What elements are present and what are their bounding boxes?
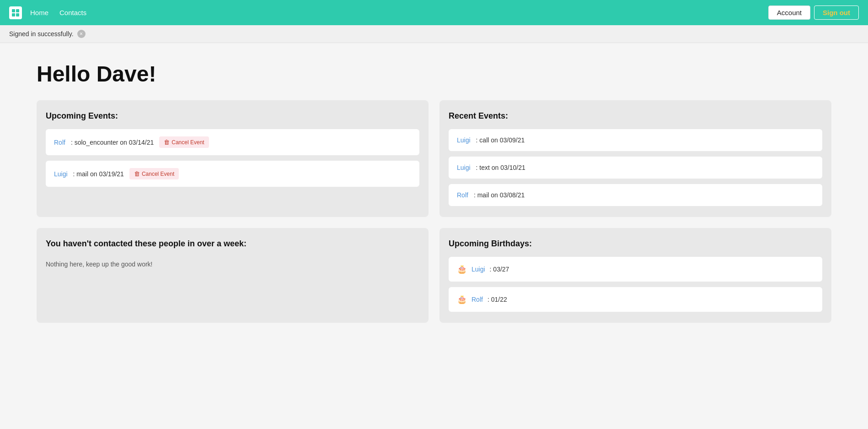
recent-event-desc-1: : text on 03/10/21 xyxy=(476,164,525,171)
birthday-item-1: 🎂 Rolf : 01/22 xyxy=(449,287,822,312)
recent-event-desc-0: : call on 03/09/21 xyxy=(476,136,525,144)
nav-links: Home Contacts xyxy=(30,9,768,16)
trash-icon-1: 🗑 xyxy=(134,170,140,177)
app-logo xyxy=(9,6,22,19)
no-contact-message: Nothing here, keep up the good work! xyxy=(46,257,419,272)
cancel-event-button-1[interactable]: 🗑 Cancel Event xyxy=(129,168,179,179)
upcoming-event-desc-0: : solo_encounter on 03/14/21 xyxy=(71,139,154,146)
navbar: Home Contacts Account Sign out xyxy=(0,0,868,25)
upcoming-event-item-1: Luigi : mail on 03/19/21 🗑 Cancel Event xyxy=(46,161,419,187)
no-contact-title: You haven't contacted these people in ov… xyxy=(46,239,419,249)
birthday-date-0: : 03/27 xyxy=(490,266,509,273)
account-button[interactable]: Account xyxy=(768,5,810,20)
recent-event-item-0: Luigi : call on 03/09/21 xyxy=(449,129,822,151)
signout-button[interactable]: Sign out xyxy=(814,5,859,20)
birthday-item-0: 🎂 Luigi : 03/27 xyxy=(449,257,822,282)
main-content: Hello Dave! Upcoming Events: Rolf : solo… xyxy=(0,43,868,341)
trash-icon-0: 🗑 xyxy=(164,139,170,146)
flash-message-text: Signed in successfully. xyxy=(9,30,74,38)
flash-message-bar: Signed in successfully. × xyxy=(0,25,868,43)
upcoming-event-desc-1: : mail on 03/19/21 xyxy=(73,170,124,178)
recent-event-contact-2[interactable]: Rolf xyxy=(457,191,468,199)
flash-close-button[interactable]: × xyxy=(77,30,86,38)
no-contact-card: You haven't contacted these people in ov… xyxy=(37,228,429,323)
svg-rect-0 xyxy=(12,9,15,12)
upcoming-event-contact-1[interactable]: Luigi xyxy=(54,170,68,178)
recent-events-card: Recent Events: Luigi : call on 03/09/21 … xyxy=(439,100,831,217)
nav-contacts[interactable]: Contacts xyxy=(59,9,86,16)
recent-event-contact-1[interactable]: Luigi xyxy=(457,164,471,171)
recent-event-item-1: Luigi : text on 03/10/21 xyxy=(449,157,822,179)
upcoming-event-item-0: Rolf : solo_encounter on 03/14/21 🗑 Canc… xyxy=(46,129,419,155)
svg-rect-2 xyxy=(12,13,15,16)
nav-home[interactable]: Home xyxy=(30,9,48,16)
cancel-event-button-0[interactable]: 🗑 Cancel Event xyxy=(159,136,209,148)
birthday-contact-0[interactable]: Luigi xyxy=(472,266,485,273)
birthday-date-1: : 01/22 xyxy=(488,296,507,303)
recent-event-item-2: Rolf : mail on 03/08/21 xyxy=(449,184,822,206)
upcoming-birthdays-card: Upcoming Birthdays: 🎂 Luigi : 03/27 🎂 Ro… xyxy=(439,228,831,323)
recent-event-contact-0[interactable]: Luigi xyxy=(457,136,471,144)
cake-icon-0: 🎂 xyxy=(457,264,467,274)
dashboard-grid: Upcoming Events: Rolf : solo_encounter o… xyxy=(37,100,831,323)
recent-event-desc-2: : mail on 03/08/21 xyxy=(474,191,525,199)
upcoming-birthdays-title: Upcoming Birthdays: xyxy=(449,239,822,249)
birthday-contact-1[interactable]: Rolf xyxy=(472,296,483,303)
svg-rect-3 xyxy=(16,13,19,16)
upcoming-event-contact-0[interactable]: Rolf xyxy=(54,139,65,146)
nav-actions: Account Sign out xyxy=(768,5,859,20)
upcoming-events-title: Upcoming Events: xyxy=(46,111,419,121)
greeting-heading: Hello Dave! xyxy=(37,61,831,87)
recent-events-title: Recent Events: xyxy=(449,111,822,121)
cake-icon-1: 🎂 xyxy=(457,294,467,304)
upcoming-events-card: Upcoming Events: Rolf : solo_encounter o… xyxy=(37,100,429,217)
svg-rect-1 xyxy=(16,9,19,12)
